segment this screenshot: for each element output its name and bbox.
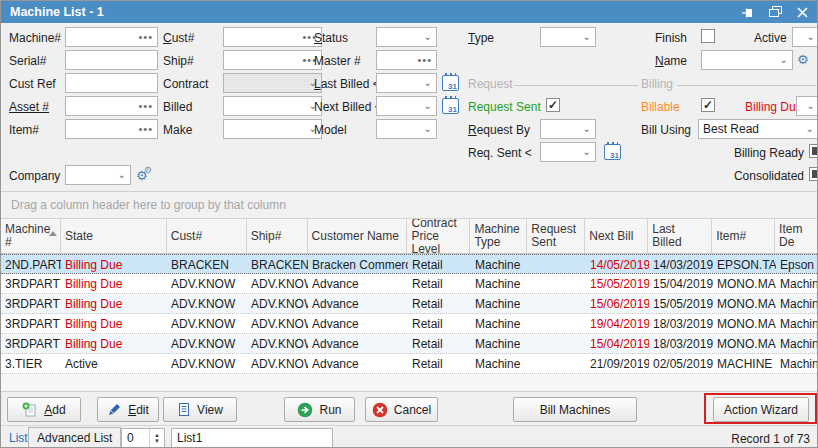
column-header-machine_no[interactable]: Machine #	[1, 219, 61, 253]
company-select[interactable]: ⌄	[65, 165, 131, 185]
next-billed-select[interactable]: ⌄	[376, 96, 437, 116]
machine-grid: Drag a column header here to group by th…	[1, 191, 818, 391]
grid-cell-customer_name: Bracken Commercial	[308, 255, 408, 273]
grid-row[interactable]: 2ND.PARTY.Billing DueBRACKENBRACKENBrack…	[1, 254, 818, 274]
request-by-select[interactable]: ⌄	[540, 119, 596, 139]
ellipsis-icon[interactable]: •••	[417, 56, 436, 64]
last-billed-select[interactable]: ⌄	[376, 73, 437, 93]
grid-row[interactable]: 3.TIERActiveADV.KNOWADV.KNOWAdvanceRetai…	[1, 354, 818, 374]
billed-select[interactable]: ⌄	[223, 96, 322, 116]
consolidated-label: Consolidated	[701, 169, 804, 183]
chevron-down-icon[interactable]: ⌄	[807, 101, 818, 111]
stepper-down-icon[interactable]: ▼	[154, 438, 160, 444]
billable-label: Billable	[641, 100, 680, 114]
chevron-down-icon[interactable]: ⌄	[583, 124, 595, 134]
company-label: Company	[9, 169, 60, 183]
item-no-input[interactable]: •••	[65, 119, 158, 139]
chevron-down-icon[interactable]: ⌄	[424, 124, 436, 134]
edit-button[interactable]: Edit	[97, 397, 159, 422]
pin-icon[interactable]	[741, 6, 754, 19]
status-select[interactable]: ⌄	[376, 27, 437, 47]
machine-no-input[interactable]: •••	[65, 27, 158, 47]
chevron-down-icon[interactable]: ⌄	[118, 170, 130, 180]
grid-cell-customer_name: Advance	[308, 314, 408, 333]
list-name-input[interactable]: List1	[171, 428, 333, 448]
grid-cell-contract_price_level: Retail	[408, 334, 471, 353]
calendar-icon[interactable]: 31	[442, 75, 459, 91]
grid-row[interactable]: 3RDPARTY.Billing DueADV.KNOWADV.KNOWAdva…	[1, 274, 818, 294]
request-sent-checkbox[interactable]	[546, 98, 560, 112]
restore-icon[interactable]	[769, 6, 782, 18]
run-button-label: Run	[319, 403, 341, 417]
run-button[interactable]: Run	[284, 397, 355, 422]
column-header-state[interactable]: State	[61, 219, 167, 253]
column-header-cust_no[interactable]: Cust#	[167, 219, 247, 253]
close-icon[interactable]	[797, 7, 808, 18]
finish-label: Finish	[655, 31, 687, 45]
asset-no-input[interactable]: •••	[65, 96, 158, 116]
active-label: Active	[754, 31, 787, 45]
chevron-down-icon[interactable]: ⌄	[807, 32, 818, 42]
finish-checkbox[interactable]	[701, 29, 715, 43]
ellipsis-icon[interactable]: •••	[138, 33, 157, 41]
gears-icon[interactable]: ⚙⚙	[136, 169, 148, 182]
add-button[interactable]: Add	[7, 397, 81, 422]
status-label: Status	[314, 31, 348, 45]
type-select[interactable]: ⌄	[540, 27, 596, 47]
calendar-icon[interactable]: 31	[442, 98, 459, 114]
column-header-next_bill[interactable]: Next Bill	[585, 219, 648, 253]
serial-no-input[interactable]	[65, 50, 158, 70]
grid-body: 2ND.PARTY.Billing DueBRACKENBRACKENBrack…	[1, 254, 818, 374]
chevron-down-icon[interactable]: ⌄	[806, 124, 818, 134]
chevron-down-icon[interactable]: ⌄	[583, 32, 595, 42]
calendar-icon[interactable]: 31	[604, 144, 621, 160]
cust-no-input[interactable]: •••	[223, 27, 322, 47]
list-number-stepper[interactable]: 0 ▲▼	[121, 428, 165, 448]
column-header-request_sent[interactable]: Request Sent	[527, 219, 585, 253]
billing-ready-checkbox[interactable]	[809, 144, 818, 158]
chevron-down-icon[interactable]: ⌄	[424, 101, 436, 111]
contract-select[interactable]: ⌄	[223, 73, 322, 93]
master-no-input[interactable]: •••	[376, 50, 437, 70]
active-select[interactable]: ⌄	[792, 27, 818, 47]
column-header-item_no[interactable]: Item#	[712, 219, 775, 253]
bill-machines-button[interactable]: Bill Machines	[513, 397, 637, 422]
make-select[interactable]: ⌄	[223, 119, 322, 139]
grid-row[interactable]: 3RDPARTY.Billing DueADV.KNOWADV.KNOWAdva…	[1, 334, 818, 354]
view-button[interactable]: View	[163, 397, 237, 422]
ship-no-input[interactable]: •••	[223, 50, 322, 70]
billing-due-select[interactable]: ⌄	[796, 96, 818, 116]
grid-cell-customer_name: Advance	[308, 274, 408, 293]
model-select[interactable]: ⌄	[376, 119, 437, 139]
cust-ref-input[interactable]	[65, 73, 158, 93]
grid-cell-last_billed: 14/03/2019	[649, 255, 713, 273]
run-icon	[297, 402, 313, 418]
tab-advanced-list[interactable]: Advanced List	[28, 427, 121, 448]
chevron-down-icon[interactable]: ⌄	[583, 147, 595, 157]
grid-cell-request_sent	[528, 354, 586, 373]
grid-row[interactable]: 3RDPARTY.Billing DueADV.KNOWADV.KNOWAdva…	[1, 294, 818, 314]
billable-checkbox[interactable]	[701, 98, 715, 112]
consolidated-checkbox[interactable]	[809, 167, 818, 181]
ellipsis-icon[interactable]: •••	[138, 125, 157, 133]
column-header-customer_name[interactable]: Customer Name	[308, 219, 408, 253]
name-select[interactable]: ⌄	[701, 50, 793, 70]
group-by-panel[interactable]: Drag a column header here to group by th…	[1, 192, 818, 218]
ellipsis-icon[interactable]: •••	[138, 102, 157, 110]
grid-row[interactable]: 3RDPARTY.Billing DueADV.KNOWADV.KNOWAdva…	[1, 314, 818, 334]
request-by-label: Request By	[468, 123, 530, 137]
column-header-last_billed[interactable]: Last Billed	[648, 219, 712, 253]
column-header-contract_price_level[interactable]: Contract Price Level	[407, 219, 470, 253]
tab-list[interactable]: List	[9, 431, 28, 445]
chevron-down-icon[interactable]: ⌄	[424, 32, 436, 42]
column-header-ship_no[interactable]: Ship#	[247, 219, 308, 253]
grid-cell-ship_no: BRACKEN	[247, 255, 308, 273]
req-sent-select[interactable]: ⌄	[540, 142, 596, 162]
cancel-button[interactable]: Cancel	[365, 397, 438, 422]
chevron-down-icon[interactable]: ⌄	[780, 55, 792, 65]
chevron-down-icon[interactable]: ⌄	[424, 78, 436, 88]
bill-using-select[interactable]: Best Read⌄	[698, 119, 818, 139]
column-header-item_desc[interactable]: Item De	[775, 219, 818, 253]
column-header-machine_type[interactable]: Machine Type	[470, 219, 527, 253]
gear-icon[interactable]: ⚙	[797, 53, 809, 66]
